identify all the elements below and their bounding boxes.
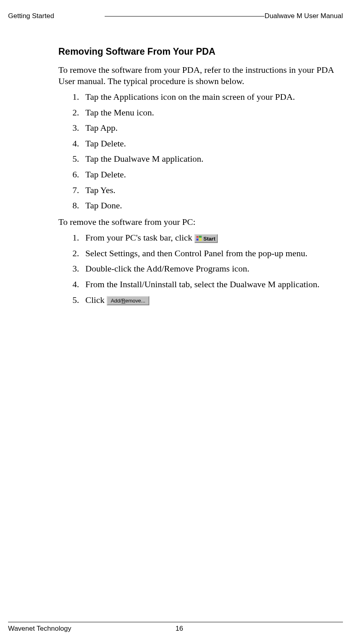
footer-page-number: 16 — [176, 625, 343, 633]
page-footer: Wavenet Technology 16 — [8, 622, 343, 633]
header-divider — [105, 16, 264, 16]
footer-divider — [8, 622, 343, 623]
pda-steps-list: 1.Tap the Applications icon on the main … — [72, 91, 335, 212]
footer-company: Wavenet Technology — [8, 625, 176, 633]
pc-steps-list: 1. From your PC's task bar, click Start … — [72, 232, 335, 306]
intro-paragraph: To remove the software from your PDA, re… — [58, 64, 335, 86]
add-remove-button[interactable]: Add/Remove... — [107, 296, 149, 305]
start-button[interactable]: Start — [194, 234, 218, 243]
pc-intro-paragraph: To remove the software from your PC: — [58, 216, 335, 228]
start-button-label: Start — [203, 236, 215, 241]
windows-icon — [196, 235, 202, 242]
list-item: 2.Tap the Menu icon. — [72, 107, 335, 119]
list-item: 5. Click Add/Remove... — [72, 294, 335, 306]
list-item: 7.Tap Yes. — [72, 185, 335, 196]
list-item: 1. From your PC's task bar, click Start — [72, 232, 335, 244]
header-manual-name: Dualwave M User Manual — [264, 12, 343, 20]
page-content: Removing Software From Your PDA To remov… — [58, 46, 335, 306]
header-section-name: Getting Started — [8, 12, 54, 20]
svg-rect-1 — [199, 236, 202, 238]
list-item: 6.Tap Delete. — [72, 169, 335, 181]
svg-rect-3 — [199, 238, 202, 241]
list-item: 2.Select Settings, and then Control Pane… — [72, 248, 335, 259]
svg-rect-0 — [196, 236, 198, 238]
list-item: 8.Tap Done. — [72, 200, 335, 212]
list-item: 3.Tap App. — [72, 122, 335, 134]
list-item: 5.Tap the Dualwave M application. — [72, 153, 335, 165]
svg-rect-2 — [196, 239, 198, 241]
section-title: Removing Software From Your PDA — [58, 46, 335, 57]
list-item: 1.Tap the Applications icon on the main … — [72, 91, 335, 103]
list-item: 4.From the Install/Uninstall tab, select… — [72, 279, 335, 290]
list-item: 4.Tap Delete. — [72, 138, 335, 150]
list-item: 3.Double-click the Add/Remove Programs i… — [72, 263, 335, 275]
